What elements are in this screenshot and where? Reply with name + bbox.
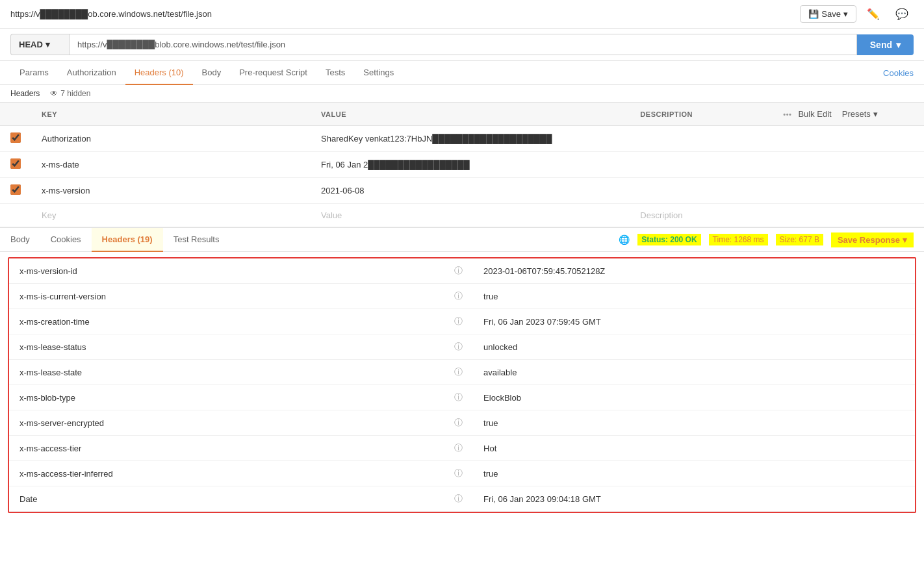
time-badge: Time: 1268 ms: [709, 234, 768, 245]
resp-key-cell: x-ms-blob-type: [9, 385, 444, 410]
resp-val-cell: ElockBlob: [473, 385, 915, 410]
placeholder-key-cell[interactable]: Key: [31, 204, 311, 227]
request-bar: HEAD ▾ Send ▾: [0, 29, 924, 61]
resp-info-icon-6[interactable]: ⓘ: [444, 410, 473, 436]
resp-val-cell: unlocked: [473, 334, 915, 360]
resp-table-row: x-ms-lease-status ⓘ unlocked: [9, 334, 915, 360]
resp-table-row: x-ms-creation-time ⓘ Fri, 06 Jan 2023 07…: [9, 309, 915, 334]
row-actions-cell: [773, 126, 924, 152]
title-bar: https://v████████ob.core.windows.net/tes…: [0, 0, 924, 29]
response-tabs: Body Cookies Headers (19) Test Results: [0, 228, 229, 251]
globe-icon[interactable]: 🌐: [619, 234, 630, 245]
tab-params[interactable]: Params: [10, 61, 58, 85]
resp-val-cell: true: [473, 410, 915, 436]
resp-tab-testresults[interactable]: Test Results: [163, 228, 230, 252]
method-label: HEAD: [19, 40, 43, 49]
row-checkbox-0[interactable]: [10, 132, 21, 143]
resp-table-row: x-ms-server-encrypted ⓘ true: [9, 410, 915, 436]
resp-tab-cookies[interactable]: Cookies: [40, 228, 92, 252]
resp-info-icon-4[interactable]: ⓘ: [444, 360, 473, 385]
resp-info-icon-1[interactable]: ⓘ: [444, 284, 473, 309]
resp-info-icon-0[interactable]: ⓘ: [444, 258, 473, 284]
row-actions-cell: [773, 178, 924, 204]
response-tabs-bar: Body Cookies Headers (19) Test Results 🌐…: [0, 227, 924, 252]
value-cell: Fri, 06 Jan 2█████████████████: [311, 152, 630, 178]
checkbox-cell: [0, 152, 31, 178]
resp-info-icon-9[interactable]: ⓘ: [444, 486, 473, 512]
key-cell: x-ms-version: [31, 178, 311, 204]
resp-key-cell: x-ms-version-id: [9, 258, 444, 284]
resp-key-cell: x-ms-server-encrypted: [9, 410, 444, 436]
resp-key-cell: x-ms-access-tier: [9, 436, 444, 461]
save-icon: 💾: [808, 9, 819, 19]
presets-chevron-icon: ▾: [873, 109, 878, 119]
request-headers-section: KEY VALUE DESCRIPTION ••• Bulk Edit Pres…: [0, 103, 924, 227]
tab-prerequest[interactable]: Pre-request Script: [230, 61, 316, 85]
resp-key-cell: x-ms-lease-status: [9, 334, 444, 360]
response-status-bar: 🌐 Status: 200 OK Time: 1268 ms Size: 677…: [619, 232, 924, 247]
send-chevron-icon: ▾: [896, 40, 901, 50]
tab-headers[interactable]: Headers (10): [125, 61, 193, 85]
row-checkbox-2[interactable]: [10, 184, 21, 195]
hidden-badge: 👁 7 hidden: [50, 89, 90, 98]
title-url: https://v████████ob.core.windows.net/tes…: [10, 9, 212, 19]
method-select[interactable]: HEAD ▾: [10, 34, 69, 55]
edit-icon-button[interactable]: ✏️: [862, 5, 885, 23]
status-badge: Status: 200 OK: [637, 234, 700, 245]
placeholder-actions-cell: [773, 204, 924, 227]
sub-header-label: Headers: [10, 89, 40, 98]
resp-val-cell: true: [473, 284, 915, 309]
key-cell: Authorization: [31, 126, 311, 152]
resp-table-row: x-ms-blob-type ⓘ ElockBlob: [9, 385, 915, 410]
save-button[interactable]: 💾 Save ▾: [800, 5, 856, 23]
placeholder-desc-cell[interactable]: Description: [630, 204, 773, 227]
bulk-edit-button[interactable]: Bulk Edit: [794, 108, 835, 120]
table-row: x-ms-version 2021-06-08: [0, 178, 924, 204]
resp-info-icon-2[interactable]: ⓘ: [444, 309, 473, 334]
cookies-link[interactable]: Cookies: [883, 68, 914, 78]
resp-val-cell: Fri, 06 Jan 2023 09:04:18 GMT: [473, 486, 915, 512]
title-actions: 💾 Save ▾ ✏️ 💬: [800, 5, 914, 23]
resp-table-row: Date ⓘ Fri, 06 Jan 2023 09:04:18 GMT: [9, 486, 915, 512]
tab-body[interactable]: Body: [193, 61, 231, 85]
resp-val-cell: Fri, 06 Jan 2023 07:59:45 GMT: [473, 309, 915, 334]
row-checkbox-1[interactable]: [10, 158, 21, 169]
tab-settings[interactable]: Settings: [354, 61, 403, 85]
table-row: x-ms-date Fri, 06 Jan 2█████████████████: [0, 152, 924, 178]
resp-info-icon-7[interactable]: ⓘ: [444, 436, 473, 461]
desc-cell: [630, 126, 773, 152]
resp-table-row: x-ms-is-current-version ⓘ true: [9, 284, 915, 309]
url-input[interactable]: [69, 34, 857, 55]
placeholder-check-cell: [0, 204, 31, 227]
col-actions: ••• Bulk Edit Presets ▾: [773, 103, 924, 126]
top-tabs-bar: Params Authorization Headers (10) Body P…: [0, 61, 924, 85]
resp-key-cell: x-ms-lease-state: [9, 360, 444, 385]
row-actions-cell: [773, 152, 924, 178]
resp-val-cell: available: [473, 360, 915, 385]
request-tabs: Params Authorization Headers (10) Body P…: [10, 61, 403, 84]
resp-info-icon-8[interactable]: ⓘ: [444, 461, 473, 486]
more-icon[interactable]: •••: [783, 110, 791, 118]
resp-info-icon-5[interactable]: ⓘ: [444, 385, 473, 410]
resp-info-icon-3[interactable]: ⓘ: [444, 334, 473, 360]
resp-tab-body[interactable]: Body: [0, 228, 40, 252]
value-cell: SharedKey venkat123:7HbJN███████████████…: [311, 126, 630, 152]
save-response-chevron-icon: ▾: [903, 235, 907, 245]
col-desc: DESCRIPTION: [630, 103, 773, 126]
save-response-button[interactable]: Save Response ▾: [831, 232, 914, 247]
resp-val-cell: Hot: [473, 436, 915, 461]
col-value: VALUE: [311, 103, 630, 126]
resp-tab-headers[interactable]: Headers (19): [92, 228, 163, 252]
comment-icon-button[interactable]: 💬: [890, 5, 914, 23]
response-headers-section: x-ms-version-id ⓘ 2023-01-06T07:59:45.70…: [8, 257, 916, 513]
checkbox-cell: [0, 178, 31, 204]
save-chevron-icon: ▾: [843, 9, 848, 19]
resp-key-cell: x-ms-is-current-version: [9, 284, 444, 309]
presets-button[interactable]: Presets ▾: [838, 108, 882, 120]
hidden-text: 7 hidden: [60, 89, 90, 98]
tab-authorization[interactable]: Authorization: [58, 61, 125, 85]
key-cell: x-ms-date: [31, 152, 311, 178]
send-button[interactable]: Send ▾: [857, 34, 914, 55]
placeholder-value-cell[interactable]: Value: [311, 204, 630, 227]
tab-tests[interactable]: Tests: [316, 61, 354, 85]
